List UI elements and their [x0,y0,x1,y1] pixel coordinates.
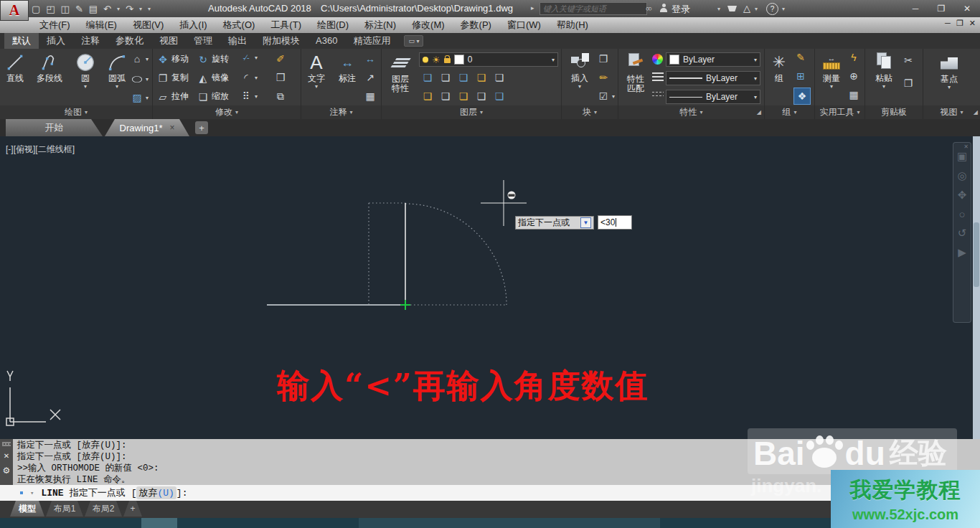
paste-button[interactable]: 粘贴 ▾ [870,51,898,90]
layer-lock-button[interactable]: ❏ [476,72,487,83]
pan-icon[interactable]: ✥ [958,189,967,202]
array-button[interactable]: ⠿▾ [240,90,258,102]
menu-window[interactable]: 窗口(W) [499,17,549,33]
create-block-button[interactable]: ❐ [598,53,609,65]
lineweight-dropdown[interactable]: ByLayer ▾ [666,71,760,85]
restore-button[interactable]: ❐ [931,2,951,15]
file-tab-start[interactable]: 开始 [6,119,103,136]
recent-commands-icon[interactable]: ▾ [30,489,34,497]
search-icon[interactable]: ○○ [646,5,651,12]
panel-label-block[interactable]: 块▾ [562,105,618,119]
layer-thaw-all-button[interactable]: ❏ [458,90,469,102]
layout1-tab[interactable]: 布局1 [46,501,83,517]
dynamic-input-options-icon[interactable]: ▼ [580,217,591,228]
ungroup-button[interactable]: ✎ [795,52,806,63]
plot-icon[interactable]: ▤ [89,4,98,14]
ribbon-collapse-button[interactable]: ▭ ▾ [404,35,423,47]
base-view-button[interactable]: 基点 ▾ [933,52,965,90]
arc-button[interactable]: 圆弧 ▾ [101,51,133,90]
command-window-drag-handle[interactable] [2,442,11,446]
insert-block-button[interactable]: 插入 ▾ [565,51,594,90]
panel-label-draw[interactable]: 绘图▾ [0,105,152,119]
panel-label-utilities[interactable]: 实用工具▾ [815,105,864,119]
circle-button[interactable]: 圆 ▾ [71,51,100,90]
leader-button[interactable]: ↗ [364,72,376,83]
sign-in-label[interactable]: 登录 [672,3,690,16]
application-menu-button[interactable]: A [0,0,29,21]
scale-button[interactable]: ❏缩放 [197,90,229,103]
menu-help[interactable]: 帮助(H) [549,17,596,33]
save-icon[interactable]: ◫ [61,4,70,14]
ribbon-tab-insert[interactable]: 插入 [39,33,73,49]
panel-label-view[interactable]: 视图▾◢ [923,105,980,119]
panel-label-groups[interactable]: 组▾ [765,105,814,119]
layer-unlock-button[interactable]: ❏ [476,90,487,102]
orbit-icon[interactable]: ↺ [958,227,967,240]
doc-restore-button[interactable]: ❐ [956,19,963,28]
layer-off-button[interactable]: ❏ [422,90,433,102]
menu-file[interactable]: 文件(F) [32,17,78,33]
qat-customize-icon[interactable]: ▾ [148,6,151,12]
polyline-button[interactable]: 多段线 [30,51,69,83]
autodesk-a360-icon[interactable]: △ [743,3,750,14]
new-layout-tab-button[interactable]: + [123,501,142,517]
ribbon-tab-parametric[interactable]: 参数化 [108,33,151,49]
object-color-dropdown[interactable]: ByLayer ▾ [666,52,760,67]
viewcube-icon[interactable]: ▣ [957,150,967,163]
new-file-icon[interactable]: ▢ [32,4,40,14]
menu-parametric[interactable]: 参数(P) [453,17,499,33]
panel-label-properties[interactable]: 特性▾◢ [618,105,764,119]
erase-button[interactable]: ✐ [275,53,286,65]
calculator-button[interactable]: ▦ [848,89,859,100]
linetype-dropdown[interactable]: ByLayer ▾ [666,90,760,104]
explode-button[interactable]: ❒ [275,72,286,83]
layer-walk-button[interactable]: ❏ [494,90,505,102]
menu-view[interactable]: 视图(V) [125,17,171,33]
copy-clip-button[interactable]: ❐ [903,77,914,89]
show-motion-icon[interactable]: ▶ [958,246,966,259]
menu-insert[interactable]: 插入(I) [171,17,215,33]
menu-edit[interactable]: 编辑(E) [78,17,125,33]
layer-current-button[interactable]: ❏ [440,90,451,102]
panel-label-annotation[interactable]: 注释▾ [301,105,381,119]
match-properties-button[interactable]: 特性 匹配 [621,52,650,93]
command-window-close-icon[interactable]: ✕ [4,452,9,460]
ribbon-tab-addins[interactable]: 附加模块 [255,33,308,49]
zoom-icon[interactable]: ○ [958,208,965,220]
table-button[interactable]: ▦ [364,90,376,102]
properties-dialog-launcher-icon[interactable]: ◢ [757,109,761,116]
mirror-button[interactable]: ◭镜像 [197,72,229,84]
menu-modify[interactable]: 修改(M) [404,17,453,33]
hatch-button[interactable]: ▨▾ [131,92,149,103]
menu-draw[interactable]: 绘图(D) [309,17,357,33]
doc-close-button[interactable]: ✕ [969,19,976,28]
rotate-button[interactable]: ↻旋转 [197,53,229,65]
close-button[interactable]: ✕ [957,2,977,15]
undo-dropdown-icon[interactable]: ▾ [117,6,120,12]
open-file-icon[interactable]: ◰ [46,4,55,14]
scrollbar-thumb[interactable] [974,222,979,287]
view-dialog-launcher-icon[interactable]: ◢ [974,109,978,116]
layer-dropdown[interactable]: ☀ 0 ▾ [419,52,558,67]
new-drawing-tab-button[interactable]: + [195,121,208,134]
search-history-icon[interactable]: ▸ [531,4,534,11]
signin-dropdown-icon[interactable]: ▾ [717,6,720,12]
line-button[interactable]: 直线 [1,51,29,83]
undo-icon[interactable]: ↶ [103,4,111,14]
layer-match-button[interactable]: ❏ [494,72,505,83]
group-button[interactable]: ✳ 组 [767,51,791,83]
linear-dim-button[interactable]: ↔ [364,53,376,65]
redo-dropdown-icon[interactable]: ▾ [139,6,142,12]
search-input[interactable] [540,2,647,15]
minimize-button[interactable]: ─ [905,2,925,15]
layout2-tab[interactable]: 布局2 [85,501,122,517]
ribbon-tab-home[interactable]: 默认 [4,33,39,49]
stretch-button[interactable]: ▱拉伸 [157,90,189,103]
ribbon-tab-a360[interactable]: A360 [308,33,345,49]
dimension-button[interactable]: ↔ 标注 [331,51,363,83]
fillet-button[interactable]: ◜▾ [240,72,258,83]
menu-format[interactable]: 格式(O) [215,17,263,33]
command-option-chip[interactable]: 放弃(U) [136,486,176,499]
move-button[interactable]: ✥移动 [157,53,189,65]
ribbon-tab-view[interactable]: 视图 [151,33,186,49]
